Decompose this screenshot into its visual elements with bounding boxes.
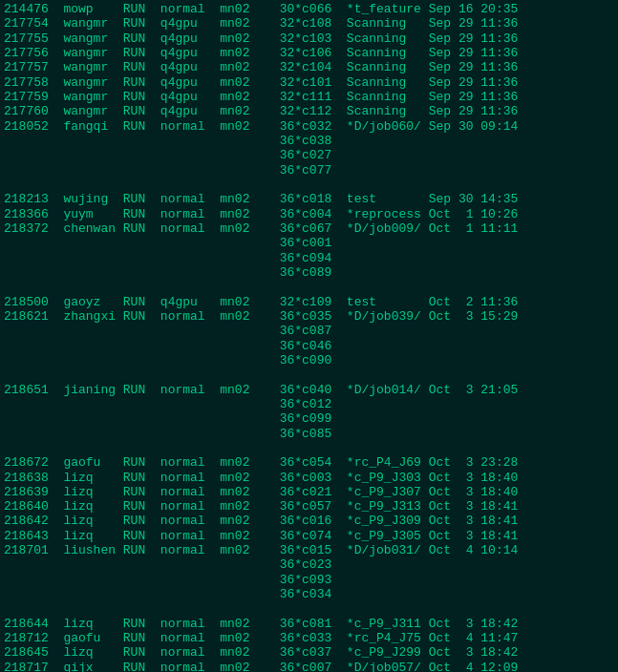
terminal-output: 214476 mowp RUN normal mn02 30*c066 *t_f… bbox=[0, 0, 618, 672]
